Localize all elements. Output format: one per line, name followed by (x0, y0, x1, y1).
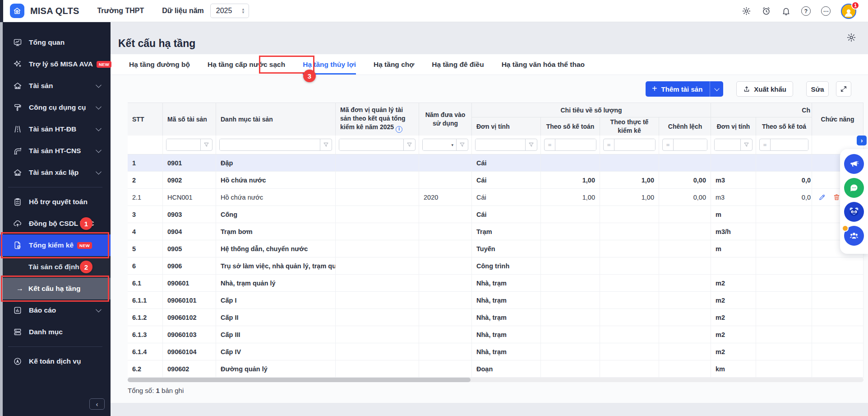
info-icon[interactable]: i (396, 126, 402, 133)
filter-input-by-book[interactable] (555, 139, 596, 150)
col-header-category[interactable]: Danh mục tài sản (216, 103, 336, 136)
notifications-bell-icon[interactable] (781, 6, 791, 16)
sidebar-item-reports[interactable]: Báo cáo (0, 299, 111, 321)
col-header-unit-2[interactable]: Đơn vị tính (711, 117, 756, 136)
table-row[interactable]: 6.1.209060102Cấp IINhà, trạmm2 (128, 309, 863, 326)
col-header-difference[interactable]: Chênh lệch (659, 117, 711, 136)
col-header-asset-code[interactable]: Mã số tài sản (163, 103, 216, 136)
table-row[interactable]: 6.1.109060101Cấp INhà, trạmm2 (128, 292, 863, 309)
table-row[interactable]: 6.1.309060103Cấp IIINhà, trạmm2 (128, 326, 863, 343)
funnel-filter-icon[interactable] (456, 139, 468, 150)
equals-operator[interactable]: = (663, 139, 674, 150)
cell-year (419, 326, 472, 343)
table-row[interactable]: 10901ĐậpCái (128, 154, 863, 172)
community-button[interactable] (844, 226, 864, 246)
tab-ha-tang-cap-nuoc-sach[interactable]: Hạ tầng cấp nước sạch (208, 54, 285, 75)
cell-diff (659, 154, 711, 171)
tab-ha-tang-thuy-loi[interactable]: Hạ tầng thủy lợi (303, 54, 356, 75)
chat-support-button[interactable] (844, 178, 864, 198)
user-avatar[interactable]: 1 (841, 4, 856, 19)
app-logo[interactable] (10, 4, 24, 18)
settings-icon[interactable] (742, 6, 751, 16)
cell-by_book (541, 343, 600, 360)
col-header-unit[interactable]: Đơn vị tính (472, 117, 541, 136)
filter-input-unit-code[interactable] (339, 139, 403, 150)
filter-input-unit[interactable] (476, 139, 525, 150)
sidebar-item-misa-ava[interactable]: Trợ lý số MISA AVA NEW (0, 53, 111, 75)
table-row[interactable]: 20902Hồ chứa nướcCái1,001,000,00m30,0 (128, 172, 863, 189)
col-header-by-book[interactable]: Theo số kế toán (541, 117, 600, 136)
table-row[interactable]: 6.2090602Đường quản lýĐoạnkm (128, 360, 863, 378)
filter-input-by-actual[interactable] (614, 139, 655, 150)
tab-ha-tang-duong-bo[interactable]: Hạ tầng đường bộ (129, 54, 190, 75)
table-row[interactable]: 50905Hệ thống dẫn, chuyển nướcTuyếnm (128, 240, 863, 257)
sidebar-subitem-fixed-assets[interactable]: Tài sản cố định (0, 256, 111, 278)
filter-input-by-book-2[interactable] (771, 139, 808, 150)
sidebar-item-tools[interactable]: Công cụ dụng cụ (0, 97, 111, 118)
filter-input-category[interactable] (220, 139, 320, 150)
funnel-filter-icon[interactable] (403, 139, 415, 150)
scrollbar-thumb[interactable] (128, 378, 471, 382)
sidebar-item-accounting-service[interactable]: Kế toán dịch vụ (0, 351, 111, 372)
sidebar-item-inventory[interactable]: Tổng kiểm kê NEW (0, 234, 111, 256)
export-button[interactable]: Xuất khẩu (736, 81, 793, 97)
right-panel-toggle[interactable]: › (857, 136, 867, 145)
cell-by_book2 (756, 257, 812, 274)
page-settings-icon[interactable] (846, 33, 856, 42)
edit-row-button[interactable] (818, 193, 826, 201)
filter-input-difference[interactable] (674, 139, 707, 150)
filter-input-asset-code[interactable] (166, 139, 200, 150)
table-row[interactable]: 2.1HCN001Hồ chứa nước2020Cái1,001,000,00… (128, 189, 863, 206)
edit-button[interactable]: Sửa (806, 81, 829, 97)
sidebar-item-sync-csdl-tsc[interactable]: Đồng bộ CSDL TSC (0, 213, 111, 234)
sidebar-item-ht-db[interactable]: Tài sản HT-ĐB (0, 118, 111, 140)
caret-down-icon[interactable]: ▾ (451, 139, 456, 150)
fullscreen-button[interactable] (836, 81, 851, 97)
table-row[interactable]: 60906Trụ sở làm việc, nhà quản lý, trạm … (128, 257, 863, 275)
more-options-icon[interactable]: ⋯ (821, 6, 831, 16)
tab-ha-tang-van-hoa-the-thao[interactable]: Hạ tầng văn hóa thể thao (502, 54, 585, 75)
add-asset-button[interactable]: + Thêm tài sản (646, 81, 723, 97)
sidebar-item-assets-established[interactable]: Tài sản xác lập (0, 162, 111, 183)
equals-operator[interactable]: = (604, 139, 614, 150)
horizontal-scrollbar[interactable] (128, 378, 863, 382)
year-select[interactable]: 2025 ▲▼ (210, 4, 249, 18)
sidebar-item-settlement-support[interactable]: Hỗ trợ quyết toán (0, 191, 111, 213)
announcement-button[interactable] (844, 154, 864, 174)
equals-operator[interactable]: = (760, 139, 771, 150)
spinner-arrows-icon[interactable]: ▲▼ (241, 8, 245, 14)
table-row[interactable]: 6.1.409060104Cấp IVNhà, trạmm2 (128, 343, 863, 360)
col-header-year[interactable]: Năm đưa vào sử dụng (419, 103, 472, 136)
delete-row-button[interactable] (833, 193, 840, 201)
cell-unit2: m2 (711, 326, 756, 343)
equals-operator[interactable]: = (545, 139, 555, 150)
col-header-unit-code[interactable]: Mã đơn vị quản lý tài sản theo kết quả t… (336, 103, 419, 136)
col-header-by-actual[interactable]: Theo thực tế kiểm kê (600, 117, 659, 136)
filter-input-unit-2[interactable] (715, 139, 740, 150)
funnel-filter-icon[interactable] (320, 139, 332, 150)
table-row[interactable]: 30903CốngCáim (128, 206, 863, 223)
sidebar-item-categories[interactable]: Danh mục (0, 321, 111, 343)
table-row[interactable]: 6.1090601Nhà, trạm quản lýNhà, trạmm2 (128, 275, 863, 292)
funnel-filter-icon[interactable] (525, 139, 537, 150)
col-header-by-book-2[interactable]: Theo số kế toá (756, 117, 812, 136)
add-asset-dropdown-button[interactable] (710, 81, 723, 97)
cell-by_book (541, 326, 600, 343)
filter-input-year[interactable] (423, 139, 451, 150)
collapse-sidebar-button[interactable]: ‹ (89, 398, 105, 410)
sidebar-subitem-infrastructure[interactable]: → Kết cấu hạ tầng (0, 278, 111, 299)
reminder-clock-icon[interactable] (762, 6, 771, 16)
help-icon[interactable]: ? (801, 6, 811, 16)
funnel-filter-icon[interactable] (740, 139, 752, 150)
sidebar-item-assets[interactable]: Tài sản (0, 75, 111, 97)
tab-ha-tang-cho[interactable]: Hạ tầng chợ (374, 54, 414, 75)
cell-unit_code (336, 240, 419, 257)
funnel-filter-icon[interactable] (200, 139, 212, 150)
sidebar-item-overview[interactable]: Tổng quan (0, 32, 111, 53)
assistant-mascot-button[interactable] (844, 202, 864, 222)
sidebar-item-ht-cns[interactable]: Tài sản HT-CNS (0, 140, 111, 162)
sidebar-item-label: Tài sản HT-CNS (29, 147, 81, 155)
table-row[interactable]: 40904Trạm bơmTrạmm3/h (128, 223, 863, 240)
tab-ha-tang-de-dieu[interactable]: Hạ tầng đê điều (432, 54, 484, 75)
col-header-stt[interactable]: STT (128, 103, 163, 136)
